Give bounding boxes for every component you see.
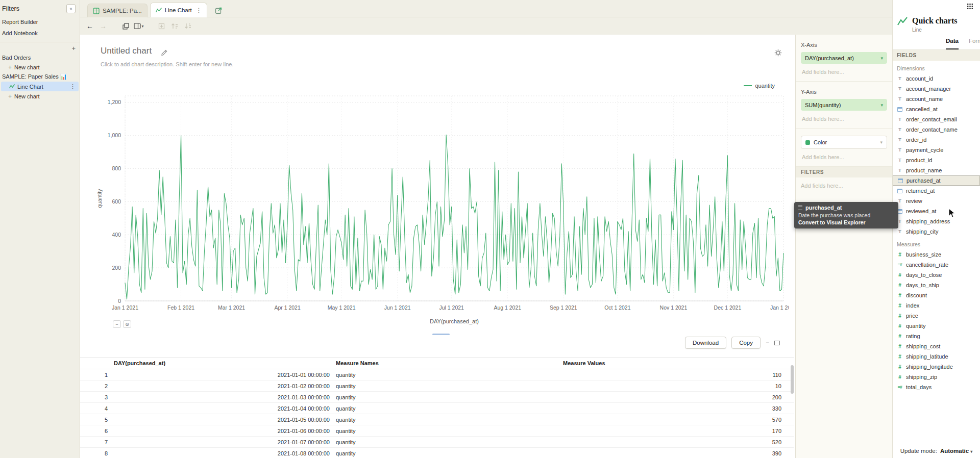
dimension-order_id[interactable]: Torder_id	[893, 135, 980, 145]
table-row[interactable]: 22021-01-02 00:00:00quantity10	[80, 380, 794, 392]
layout-menu-icon[interactable]: ▾	[132, 20, 145, 32]
sidebar-item-report-builder[interactable]: Report Builder	[0, 16, 80, 28]
table-row[interactable]: 82021-01-08 00:00:00quantity390	[80, 448, 794, 458]
sort-ascending-icon[interactable]	[168, 20, 181, 32]
filters-drop-zone[interactable]: Add fields here...	[796, 177, 892, 194]
measure-days_to_ship[interactable]: #days_to_ship	[893, 280, 980, 290]
sort-descending-icon[interactable]	[181, 20, 194, 32]
project-tree: Bad Orders + New chart SAMPLE: Paper Sal…	[0, 53, 80, 101]
dimension-returned_at[interactable]: returned_at	[893, 186, 980, 196]
column-header[interactable]: Measure Values	[560, 358, 794, 369]
field-label: price	[906, 313, 918, 319]
expand-table-icon[interactable]	[774, 341, 780, 345]
tree-item-new-chart-2[interactable]: + New chart	[0, 91, 80, 101]
dimension-account_name[interactable]: Taccount_name	[893, 94, 980, 104]
measure-days_to_close[interactable]: #days_to_close	[893, 270, 980, 280]
tree-item-sample-paper-sales[interactable]: SAMPLE: Paper Sales 📊	[0, 72, 80, 82]
tab-format[interactable]: Format	[969, 38, 980, 49]
measure-shipping_zip[interactable]: #shipping_zip	[893, 372, 980, 382]
field-description: Date the purchase was placed	[794, 212, 898, 219]
dimension-account_manager[interactable]: Taccount_manager	[893, 84, 980, 94]
field-label: discount	[906, 292, 927, 298]
color-drop-zone[interactable]: Add fields here...	[801, 149, 887, 161]
panel-tabs: Data Format	[893, 38, 980, 50]
measure-shipping_cost[interactable]: #shipping_cost	[893, 341, 980, 351]
new-tab-export-icon[interactable]	[215, 7, 223, 14]
table-row[interactable]: 42021-01-04 00:00:00quantity330	[80, 403, 794, 414]
chart-settings-icon[interactable]	[774, 49, 782, 57]
dimension-payment_cycle[interactable]: Tpayment_cycle	[893, 145, 980, 155]
measure-total_days[interactable]: =#total_days	[893, 382, 980, 392]
cell-date: 2021-01-06 00:00:00	[111, 425, 333, 437]
dimension-cancelled_at[interactable]: cancelled_at	[893, 104, 980, 114]
dimension-review[interactable]: Treview	[893, 196, 980, 206]
table-row[interactable]: 12021-01-01 00:00:00quantity110	[80, 369, 794, 380]
chart-title[interactable]: Untitled chart	[101, 46, 152, 56]
table-row[interactable]: 62021-01-06 00:00:00quantity170	[80, 425, 794, 437]
line-chart-plot[interactable]: Jan 1 2021Feb 1 2021Mar 1 2021Apr 1 2021…	[94, 88, 789, 333]
dimension-account_id[interactable]: Taccount_id	[893, 73, 980, 84]
measure-quantity[interactable]: #quantity	[893, 321, 980, 331]
column-header[interactable]: DAY(purchased_at)	[111, 358, 333, 369]
edit-title-icon[interactable]	[161, 49, 168, 56]
table-scrollbar[interactable]	[791, 365, 794, 394]
apps-grid-icon[interactable]	[967, 4, 973, 9]
tab-sample-paper-sales[interactable]: SAMPLE: Pa...	[87, 4, 148, 17]
measure-shipping_longitude[interactable]: #shipping_longitude	[893, 362, 980, 372]
add-item-button[interactable]: +	[71, 45, 76, 52]
x-axis-drop-zone[interactable]: Add fields here...	[801, 64, 887, 76]
forward-icon[interactable]: →	[96, 20, 110, 32]
update-mode-select[interactable]: Automatic ▾	[940, 448, 972, 454]
measure-shipping_latitude[interactable]: #shipping_latitude	[893, 351, 980, 362]
dimension-product_id[interactable]: Tproduct_id	[893, 155, 980, 165]
svg-text:Aug 1 2021: Aug 1 2021	[494, 304, 521, 311]
collapse-table-icon[interactable]: −	[766, 339, 769, 346]
line-chart-icon	[9, 84, 15, 89]
tree-item-bad-orders[interactable]: Bad Orders	[0, 53, 80, 62]
zoom-reset-button[interactable]: ⊙	[123, 320, 131, 328]
filters-title: Filters	[2, 5, 19, 12]
column-header[interactable]: Measure Names	[333, 358, 560, 369]
table-row[interactable]: 72021-01-07 00:00:00quantity520	[80, 437, 794, 448]
table-doc-icon	[93, 8, 100, 14]
measure-rating[interactable]: #rating	[893, 331, 980, 341]
tab-menu-icon[interactable]: ⋮	[195, 7, 202, 14]
dimension-order_contact_email[interactable]: Torder_contact_email	[893, 114, 980, 124]
sidebar-item-add-notebook[interactable]: Add Notebook	[0, 28, 80, 39]
x-axis-field-pill[interactable]: DAY(purchased_at) ▾	[801, 52, 887, 64]
tree-item-line-chart[interactable]: Line Chart ⋮	[1, 82, 79, 91]
chart-description-placeholder[interactable]: Click to add chart description. Shift-en…	[101, 61, 233, 67]
row-number-header	[80, 358, 111, 369]
measure-cancellation_rate[interactable]: =#cancellation_rate	[893, 260, 980, 270]
measure-price[interactable]: #price	[893, 311, 980, 321]
duplicate-icon[interactable]	[119, 20, 132, 32]
dimension-order_contact_name[interactable]: Torder_contact_name	[893, 124, 980, 135]
y-axis-field-pill[interactable]: SUM(quantity) ▾	[801, 99, 887, 111]
dimension-shipping_address[interactable]: Tshipping_address	[893, 216, 980, 226]
dimension-product_name[interactable]: Tproduct_name	[893, 165, 980, 175]
tab-line-chart[interactable]: Line Chart ⋮	[150, 3, 208, 17]
measure-discount[interactable]: #discount	[893, 290, 980, 300]
dimension-shipping_city[interactable]: Tshipping_city	[893, 226, 980, 237]
back-icon[interactable]: ←	[83, 20, 96, 32]
dimension-reviewed_at[interactable]: reviewed_at	[893, 206, 980, 216]
table-row[interactable]: 52021-01-05 00:00:00quantity570	[80, 414, 794, 425]
table-row[interactable]: 32021-01-03 00:00:00quantity200	[80, 392, 794, 403]
color-field-row[interactable]: Color ▾	[801, 136, 887, 149]
field-label: order_contact_email	[906, 116, 957, 122]
item-menu-icon[interactable]: ⋮	[70, 83, 77, 90]
insert-block-icon[interactable]	[155, 20, 168, 32]
y-axis-drop-zone[interactable]: Add fields here...	[801, 111, 887, 123]
chart-config-panel: X-Axis DAY(purchased_at) ▾ Add fields he…	[795, 35, 892, 458]
zoom-out-button[interactable]: −	[113, 320, 121, 328]
tree-item-new-chart-1[interactable]: + New chart	[0, 62, 80, 72]
collapse-sidebar-icon[interactable]: «	[66, 4, 76, 13]
measure-index[interactable]: #index	[893, 300, 980, 311]
cell-value: 570	[560, 414, 794, 425]
tab-data[interactable]: Data	[946, 38, 959, 49]
measure-business_size[interactable]: #business_size	[893, 249, 980, 260]
copy-button[interactable]: Copy	[731, 337, 761, 349]
dimension-purchased_at[interactable]: purchased_at	[893, 175, 980, 186]
panel-resize-handle[interactable]	[432, 334, 450, 335]
download-button[interactable]: Download	[685, 337, 726, 349]
